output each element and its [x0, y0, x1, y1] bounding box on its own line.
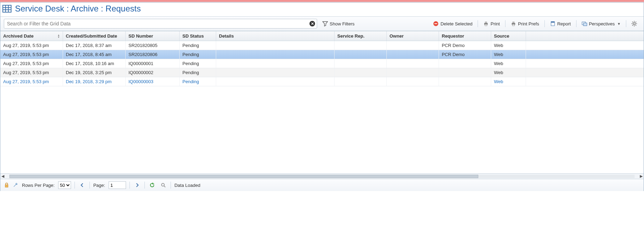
cell-owner — [387, 59, 439, 68]
cell-details — [216, 77, 335, 86]
cell-source: Web — [491, 59, 526, 68]
filter-icon — [322, 21, 328, 26]
show-filters-button[interactable]: Show Filters — [319, 19, 358, 28]
col-details[interactable]: Details — [216, 31, 335, 41]
col-label: Source — [494, 33, 509, 39]
cell-sd: IQ00000001 — [126, 59, 180, 68]
cell-source: Web — [491, 77, 526, 86]
table-row[interactable]: Aug 27, 2019, 5:53 pmDec 19, 2018, 3:29 … — [0, 77, 644, 86]
cell-created: Dec 17, 2018, 8:37 am — [63, 41, 126, 50]
svg-line-25 — [632, 25, 633, 26]
cell-requestor: PCR Demo — [439, 50, 491, 59]
show-filters-label: Show Filters — [330, 21, 355, 26]
separator — [544, 20, 545, 27]
cell-status: Pending — [180, 41, 216, 50]
svg-point-18 — [633, 23, 635, 25]
print-prefs-button[interactable]: Print Prefs — [508, 19, 542, 28]
zoom-button[interactable] — [159, 181, 167, 189]
page-input[interactable] — [109, 181, 126, 189]
print-button[interactable]: Print — [480, 19, 503, 28]
refresh-button[interactable] — [148, 181, 156, 189]
search-input[interactable] — [4, 19, 317, 29]
svg-rect-7 — [434, 23, 437, 24]
col-service-rep[interactable]: Service Rep. — [335, 31, 387, 41]
delete-selected-button[interactable]: Delete Selected — [430, 19, 476, 28]
page-title: Service Desk : Archive : Requests — [15, 4, 141, 14]
separator — [171, 182, 171, 189]
svg-line-26 — [636, 22, 636, 22]
separator — [129, 182, 130, 189]
cell-created: Dec 19, 2018, 3:25 pm — [63, 68, 126, 77]
print-icon — [483, 21, 489, 26]
scroll-track[interactable] — [9, 175, 635, 178]
col-archived-date[interactable]: Archived Date ▲▼ — [0, 31, 63, 41]
chevron-down-icon: ▼ — [617, 22, 621, 26]
status-text: Data Loaded — [174, 183, 200, 188]
svg-rect-27 — [5, 185, 8, 187]
col-created[interactable]: Created/Submitted Date — [63, 31, 126, 41]
scroll-thumb[interactable] — [9, 175, 478, 178]
perspectives-button[interactable]: Perspectives ▼ — [579, 19, 624, 28]
cell-archived: Aug 27, 2019, 5:53 pm — [0, 77, 63, 86]
table-row[interactable]: Aug 27, 2019, 5:53 pmDec 17, 2018, 8:45 … — [0, 50, 644, 59]
report-label: Report — [557, 21, 571, 26]
cell-created: Dec 17, 2018, 8:45 am — [63, 50, 126, 59]
col-owner[interactable]: Owner — [387, 31, 439, 41]
col-label: Created/Submitted Date — [66, 33, 117, 39]
scroll-right-icon[interactable]: ▶ — [639, 174, 644, 178]
scroll-left-icon[interactable]: ◀ — [0, 174, 5, 178]
cell-owner — [387, 50, 439, 59]
cell-owner — [387, 77, 439, 86]
report-button[interactable]: Report — [547, 19, 574, 28]
svg-rect-15 — [551, 22, 555, 23]
separator — [74, 182, 75, 189]
table-row[interactable]: Aug 27, 2019, 5:53 pmDec 17, 2018, 8:37 … — [0, 41, 644, 50]
svg-line-29 — [164, 186, 165, 187]
rows-per-page-select[interactable]: 50 — [58, 181, 71, 189]
delete-icon — [433, 21, 439, 26]
wrench-icon[interactable] — [13, 182, 18, 188]
col-requestor[interactable]: Requestor — [439, 31, 491, 41]
grid-body[interactable]: Aug 27, 2019, 5:53 pmDec 17, 2018, 8:37 … — [0, 41, 644, 173]
cell-details — [216, 50, 335, 59]
settings-gear-button[interactable] — [628, 19, 640, 28]
table-row[interactable]: Aug 27, 2019, 5:53 pmDec 19, 2018, 3:25 … — [0, 68, 644, 77]
clear-search-icon[interactable]: ✕ — [309, 21, 315, 26]
cell-created: Dec 17, 2018, 10:16 am — [63, 59, 126, 68]
separator — [576, 20, 576, 27]
separator — [626, 20, 626, 27]
cell-rep — [335, 59, 387, 68]
delete-selected-label: Delete Selected — [440, 21, 472, 26]
cell-details — [216, 68, 335, 77]
gear-icon — [631, 21, 637, 26]
horizontal-scrollbar[interactable]: ◀ ▶ — [0, 173, 644, 179]
footer-bar: Rows Per Page: 50 Page: Data Loaded — [0, 179, 644, 191]
page-next-button[interactable] — [133, 181, 141, 189]
cell-rep — [335, 77, 387, 86]
grid-icon — [2, 5, 11, 13]
cell-requestor: PCR Demo — [439, 41, 491, 50]
cell-requestor — [439, 59, 491, 68]
grid: Archived Date ▲▼ Created/Submitted Date … — [0, 31, 644, 179]
cell-status: Pending — [180, 68, 216, 77]
cell-status: Pending — [180, 59, 216, 68]
print-prefs-icon — [511, 21, 516, 26]
cell-details — [216, 41, 335, 50]
page-prev-button[interactable] — [78, 181, 86, 189]
col-sd-number[interactable]: SD Number — [126, 31, 180, 41]
lock-icon[interactable] — [4, 182, 9, 188]
cell-source: Web — [491, 50, 526, 59]
col-source[interactable]: Source — [491, 31, 526, 41]
col-sd-status[interactable]: SD Status — [180, 31, 216, 41]
page-label: Page: — [93, 183, 105, 188]
col-label: SD Status — [182, 33, 204, 39]
svg-rect-9 — [485, 22, 487, 23]
separator — [478, 20, 478, 27]
cell-status: Pending — [180, 77, 216, 86]
rows-per-page-label: Rows Per Page: — [22, 183, 55, 188]
cell-archived: Aug 27, 2019, 5:53 pm — [0, 59, 63, 68]
svg-rect-10 — [485, 24, 487, 26]
svg-rect-1 — [3, 6, 11, 12]
cell-owner — [387, 68, 439, 77]
table-row[interactable]: Aug 27, 2019, 5:53 pmDec 17, 2018, 10:16… — [0, 59, 644, 68]
